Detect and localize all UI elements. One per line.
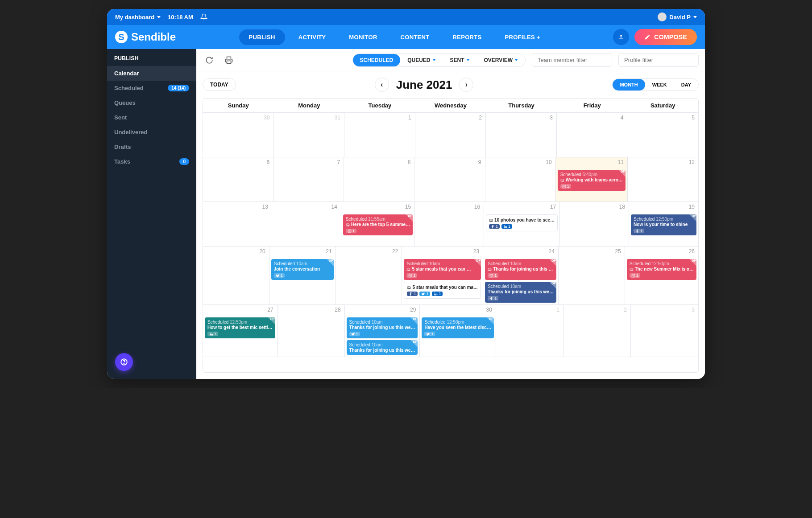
ig-icon: 1 (406, 273, 417, 278)
date-number: 2 (624, 307, 627, 313)
sidebar-item-undelivered[interactable]: Undelivered (107, 125, 196, 140)
view-week[interactable]: WEEK (645, 79, 674, 90)
nav-profiles[interactable]: PROFILES + (495, 29, 550, 45)
refresh-icon[interactable] (203, 53, 216, 67)
brand[interactable]: S Sendible (115, 31, 176, 43)
calendar-cell[interactable]: 26DPScheduled 12:50pmThe new Summer Mix … (625, 247, 698, 305)
event-card[interactable]: DPScheduled 5:40pmWorking with teams acr… (558, 170, 626, 191)
bell-icon[interactable] (200, 13, 207, 21)
calendar-cell[interactable]: 23DPScheduled 10am5 star meals that you … (402, 247, 483, 305)
event-card[interactable]: DP5 star meals that you can ma…111 (404, 282, 481, 299)
calendar-cell[interactable]: 6 (203, 157, 273, 202)
calendar-cell[interactable]: 1710 photos you have to see…11 (484, 202, 560, 247)
event-time: 10am (429, 261, 440, 266)
compose-button[interactable]: COMPOSE (634, 29, 697, 45)
event-card[interactable]: DPScheduled 11:55amHere are the top 5 su… (343, 214, 413, 235)
nav-monitor[interactable]: MONITOR (339, 29, 387, 45)
calendar-cell[interactable]: 1 (344, 113, 415, 157)
sidebar-item-tasks[interactable]: Tasks0 (107, 154, 196, 169)
sidebar-item-sent[interactable]: Sent (107, 110, 196, 125)
sidebar-item-drafts[interactable]: Drafts (107, 140, 196, 154)
badge: 14 (14) (168, 85, 189, 91)
today-button[interactable]: TODAY (203, 78, 236, 91)
li-icon: 1 (207, 332, 218, 336)
event-card[interactable]: DPScheduled 12:50pmHow to get the best m… (205, 317, 275, 338)
calendar-cell[interactable]: 10 (485, 157, 556, 202)
calendar-cell[interactable]: 20 (203, 247, 269, 305)
upload-button[interactable] (613, 29, 629, 45)
profile-filter-input[interactable] (618, 53, 699, 67)
image-icon (406, 267, 410, 271)
view-month[interactable]: MONTH (613, 79, 645, 90)
user-menu[interactable]: David P (658, 12, 697, 21)
event-card[interactable]: DPScheduled 10amThanks for joining us th… (347, 317, 418, 338)
sidebar-item-queues[interactable]: Queues (107, 95, 196, 110)
calendar-cell[interactable]: 21DPScheduled 10amJoin the conversation1 (269, 247, 336, 305)
calendar-cell[interactable]: 31 (274, 113, 345, 157)
calendar-cell[interactable]: 15DPScheduled 11:55amHere are the top 5 … (341, 202, 415, 247)
calendar-cell[interactable]: 28 (278, 305, 345, 357)
event-card[interactable]: DPScheduled 10amJoin the conversation1 (271, 259, 334, 280)
topbar: My dashboard 10:18 AM David P (107, 9, 705, 25)
calendar-cell[interactable]: 5 (627, 113, 698, 157)
calendar-cell[interactable]: 24DPScheduled 10amThanks for joining us … (483, 247, 559, 305)
calendar-cell[interactable]: 12 (628, 157, 698, 202)
date-number: 28 (335, 307, 340, 313)
calendar-cell[interactable]: 29DPScheduled 10amThanks for joining us … (345, 305, 420, 357)
event-time: 10am (510, 284, 521, 289)
filter-overview[interactable]: OVERVIEW (477, 54, 525, 66)
event-title: 10 photos you have to see… (489, 218, 555, 222)
event-card[interactable]: 10 photos you have to see…11 (486, 214, 558, 231)
calendar-cell[interactable]: 8 (344, 157, 414, 202)
calendar-cell[interactable]: 18 (560, 202, 629, 247)
view-day[interactable]: DAY (674, 79, 698, 90)
app-window: My dashboard 10:18 AM David P S Sendible… (107, 9, 705, 379)
calendar-cell[interactable]: 14 (272, 202, 341, 247)
event-card[interactable]: DPScheduled 12:50pmHave you seen the lat… (422, 317, 494, 338)
help-button[interactable] (115, 353, 133, 371)
calendar-cell[interactable]: 22 (336, 247, 402, 305)
calendar-cell[interactable]: 7 (273, 157, 344, 202)
calendar-cell[interactable]: 30DPScheduled 12:50pmHave you seen the l… (420, 305, 496, 357)
event-card[interactable]: DPScheduled 12:50pmNow is your time to s… (631, 214, 696, 235)
calendar-cell[interactable]: 25 (559, 247, 625, 305)
calendar-cell[interactable]: 4 (557, 113, 628, 157)
filter-scheduled[interactable]: SCHEDULED (353, 54, 401, 66)
calendar-cell[interactable]: 3 (631, 305, 698, 357)
calendar-cell[interactable]: 11DPScheduled 5:40pmWorking with teams a… (556, 157, 628, 202)
next-month-button[interactable]: › (459, 78, 473, 92)
nav-content[interactable]: CONTENT (391, 29, 439, 45)
nav-publish[interactable]: PUBLISH (239, 29, 285, 45)
calendar-cell[interactable]: 9 (414, 157, 485, 202)
calendar-cell[interactable]: 2 (563, 305, 631, 357)
event-card[interactable]: DPScheduled 10amThanks for joining us th… (347, 340, 418, 355)
sidebar-item-calendar[interactable]: Calendar (107, 66, 196, 81)
calendar-cell[interactable]: 16 (415, 202, 484, 247)
plus-icon: + (537, 34, 540, 41)
ig-icon: 1 (560, 184, 571, 189)
prev-month-button[interactable]: ‹ (375, 78, 389, 92)
filter-sent[interactable]: SENT (443, 54, 477, 66)
dashboard-dropdown[interactable]: My dashboard (115, 14, 161, 21)
calendar-cell[interactable]: 13 (203, 202, 272, 247)
team-filter-input[interactable] (532, 53, 612, 67)
event-card[interactable]: DPScheduled 10amThanks for joining us th… (485, 282, 556, 303)
calendar-cell[interactable]: 1 (496, 305, 563, 357)
event-card[interactable]: DPScheduled 12:50pmThe new Summer Mix is… (627, 259, 696, 280)
sidebar-item-scheduled[interactable]: Scheduled14 (14) (107, 81, 196, 95)
filter-queued[interactable]: QUEUED (400, 54, 443, 66)
calendar-cell[interactable]: 2 (415, 113, 486, 157)
date-number: 18 (619, 204, 625, 210)
calendar-cell[interactable]: 30 (203, 113, 274, 157)
calendar-cell[interactable]: 3 (486, 113, 557, 157)
event-card[interactable]: DPScheduled 10am5 star meals that you ca… (404, 259, 481, 280)
print-icon[interactable] (222, 53, 236, 67)
event-card[interactable]: DPScheduled 10amThanks for joining us th… (485, 259, 556, 280)
nav-reports[interactable]: REPORTS (443, 29, 492, 45)
nav-activity[interactable]: ACTIVITY (289, 29, 336, 45)
calendar-cell[interactable]: 27DPScheduled 12:50pmHow to get the best… (203, 305, 278, 357)
calendar-cell[interactable]: 19DPScheduled 12:50pmNow is your time to… (629, 202, 698, 247)
event-status: Scheduled (488, 284, 509, 289)
date-number: 3 (550, 115, 553, 121)
sidebar-heading: PUBLISH (107, 49, 196, 66)
